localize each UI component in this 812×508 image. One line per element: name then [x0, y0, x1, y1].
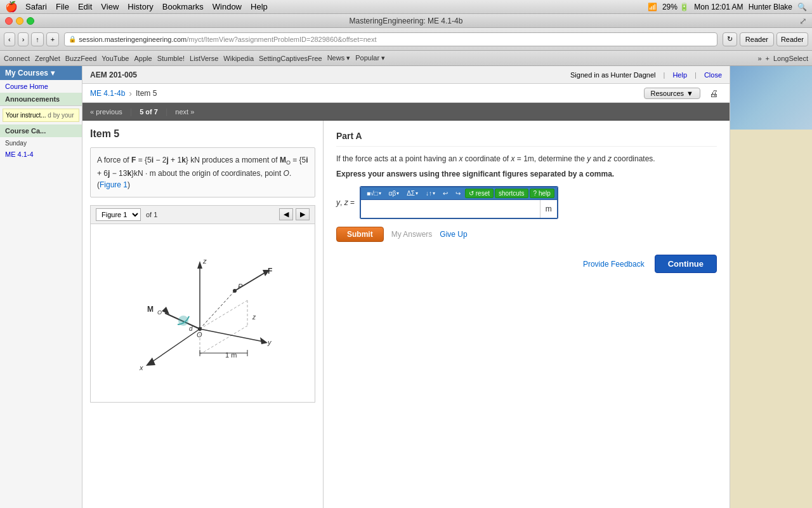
- battery-icon: 29% 🔋: [662, 3, 689, 11]
- apple-icon[interactable]: 🍎: [5, 1, 18, 13]
- long-select[interactable]: LongSelect: [773, 55, 808, 62]
- math-input-field[interactable]: [361, 200, 540, 218]
- main-content: My Courses ▾ Course Home Announcements Y…: [0, 66, 812, 508]
- submit-button[interactable]: Submit: [336, 227, 384, 242]
- bookmark-popular[interactable]: Popular ▾: [355, 54, 385, 62]
- reload-button[interactable]: ↻: [723, 32, 737, 46]
- sidebar-course-calendar: Course Ca...: [0, 124, 82, 137]
- figure-area: z x y z: [91, 224, 315, 402]
- continue-button[interactable]: Continue: [655, 255, 717, 273]
- math-input-area[interactable]: m: [360, 199, 558, 218]
- svg-point-27: [178, 316, 188, 326]
- breadcrumb-right: Resources ▼ 🖨: [644, 87, 722, 100]
- overflow-button[interactable]: »: [757, 55, 761, 62]
- forward-button[interactable]: ›: [18, 32, 29, 46]
- search-icon[interactable]: 🔍: [797, 3, 807, 11]
- right-panel: [730, 66, 812, 508]
- print-button[interactable]: 🖨: [705, 87, 722, 100]
- math-alpha-button[interactable]: αβ▾: [386, 189, 403, 197]
- nav-count: 5 of 7: [140, 108, 158, 116]
- chevron-down-icon: ▾: [51, 69, 55, 77]
- breadcrumb-parent[interactable]: ME 4.1-4b: [90, 89, 125, 98]
- figure-next-button[interactable]: ▶: [296, 208, 310, 220]
- resources-button[interactable]: Resources ▼: [644, 88, 700, 99]
- previous-button[interactable]: « previous: [90, 108, 122, 116]
- menu-edit[interactable]: Edit: [78, 2, 92, 11]
- separator2: |: [695, 71, 697, 79]
- sidebar-me-link[interactable]: ME 4.1-4: [0, 148, 39, 161]
- sidebar-my-courses[interactable]: My Courses ▾: [0, 66, 82, 80]
- close-button[interactable]: [5, 17, 13, 25]
- svg-text:O: O: [197, 331, 202, 338]
- close-link[interactable]: Close: [704, 71, 722, 79]
- part-a-title: Part A: [336, 131, 717, 147]
- math-reset-button[interactable]: ↺ reset: [465, 189, 494, 198]
- menu-view[interactable]: View: [101, 2, 119, 11]
- bookmark-wikipedia[interactable]: Wikipedia: [223, 55, 254, 62]
- menu-bar: 🍎 Safari File Edit View History Bookmark…: [0, 0, 812, 14]
- give-up-link[interactable]: Give Up: [440, 230, 467, 239]
- svg-text:z: z: [252, 314, 256, 321]
- share-button[interactable]: ↑: [31, 32, 44, 46]
- nav-bar: « previous | 5 of 7 | next »: [82, 103, 730, 121]
- math-arrow-button[interactable]: ↓↑▾: [422, 189, 438, 197]
- new-tab-bookmark[interactable]: +: [766, 55, 769, 62]
- feedback-link[interactable]: Provide Feedback: [583, 260, 645, 269]
- problem-box: A force of F = {5i − 2j + 1k} kN produce…: [90, 147, 315, 197]
- reader-mode-button[interactable]: Reader: [776, 32, 808, 46]
- figure-prev-button[interactable]: ◀: [279, 208, 293, 220]
- menu-safari[interactable]: Safari: [25, 2, 47, 11]
- menu-help[interactable]: Help: [251, 2, 268, 11]
- help-link[interactable]: Help: [672, 71, 687, 79]
- menu-bookmarks[interactable]: Bookmarks: [162, 2, 204, 11]
- bookmark-stumble[interactable]: Stumble!: [157, 55, 185, 62]
- bookmark-connect[interactable]: Connect: [4, 55, 30, 62]
- user-name: Hunter Blake: [749, 3, 792, 11]
- fullscreen-icon[interactable]: ⤢: [799, 16, 807, 26]
- bookmark-captives[interactable]: SettingCaptivesFree: [259, 55, 322, 62]
- back-button[interactable]: ‹: [4, 32, 15, 46]
- wifi-icon: 📶: [648, 3, 657, 11]
- window-title: MasteringEngineering: ME 4.1-4b: [350, 17, 463, 25]
- bookmark-apple[interactable]: Apple: [134, 55, 152, 62]
- item-left-panel: Item 5 A force of F = {5i − 2j + 1k} kN …: [82, 121, 324, 508]
- next-button[interactable]: next »: [175, 108, 194, 116]
- lock-icon: 🔒: [69, 36, 76, 43]
- answer-row: y, z = ■√□▾ αβ▾ ΔΣ▾ ↓↑▾ ↩ ↪ ↺: [336, 186, 717, 219]
- sidebar-course-home[interactable]: Course Home: [0, 80, 82, 93]
- url-bar-wrapper[interactable]: 🔒 session.masteringengineering.com/myct/…: [64, 32, 717, 46]
- figure-select[interactable]: Figure 1: [96, 208, 141, 221]
- bookmark-buzzfeed[interactable]: BuzzFeed: [65, 55, 97, 62]
- traffic-lights: [5, 17, 34, 25]
- math-sqrt-button[interactable]: ■√□▾: [363, 189, 384, 197]
- sidebar-courses-label: My Courses: [5, 69, 48, 77]
- browser-window: MasteringEngineering: ME 4.1-4b ⤢ ‹ › ↑ …: [0, 14, 812, 508]
- menu-history[interactable]: History: [128, 2, 153, 11]
- new-tab-button[interactable]: +: [46, 32, 59, 46]
- math-toolbar: ■√□▾ αβ▾ ΔΣ▾ ↓↑▾ ↩ ↪ ↺ reset shortcuts ?…: [360, 187, 558, 199]
- url-domain: session.masteringengineering.com: [79, 36, 187, 43]
- math-undo-button[interactable]: ↩: [440, 189, 451, 197]
- answer-label: y, z =: [336, 198, 355, 207]
- menu-window[interactable]: Window: [213, 2, 242, 11]
- bookmark-youtube[interactable]: YouTube: [102, 55, 129, 62]
- svg-rect-0: [108, 231, 298, 396]
- minimize-button[interactable]: [16, 17, 23, 25]
- math-redo-button[interactable]: ↪: [452, 189, 464, 197]
- svg-text:x: x: [139, 364, 143, 371]
- bookmarks-bar: Connect ZergNet BuzzFeed YouTube Apple S…: [0, 51, 812, 66]
- svg-text:O: O: [157, 309, 162, 316]
- bookmark-zergnet[interactable]: ZergNet: [35, 55, 60, 62]
- maximize-button[interactable]: [27, 17, 34, 25]
- url-display: session.masteringengineering.com/myct/It…: [79, 36, 713, 43]
- signed-in-text: Signed in as Hunter Dagnel: [570, 71, 656, 79]
- bookmark-listverse[interactable]: ListVerse: [190, 55, 218, 62]
- math-help-button[interactable]: ? help: [530, 189, 554, 198]
- bookmark-news[interactable]: News ▾: [327, 54, 351, 62]
- math-shortcuts-button[interactable]: shortcuts: [495, 189, 528, 198]
- figure-link[interactable]: Figure 1: [100, 180, 128, 189]
- math-delta-button[interactable]: ΔΣ▾: [403, 189, 421, 197]
- menu-file[interactable]: File: [56, 2, 69, 11]
- submit-row: Submit My Answers Give Up: [336, 227, 717, 242]
- reader-button[interactable]: Reader: [740, 32, 774, 46]
